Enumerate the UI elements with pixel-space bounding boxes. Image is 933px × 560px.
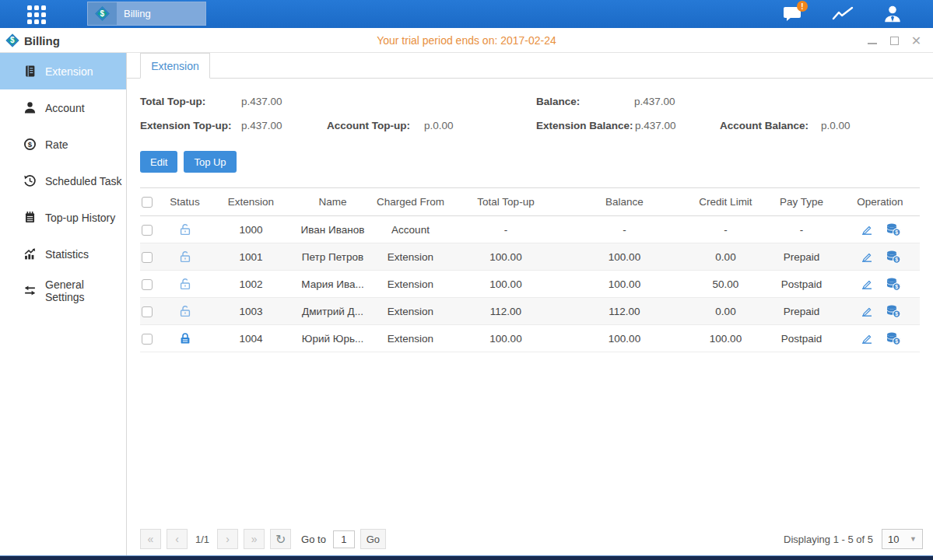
status-cell[interactable]	[163, 271, 206, 298]
extension-balance-value: p.437.00	[635, 120, 720, 131]
total-topup-value: p.437.00	[241, 96, 282, 107]
topup-extension-icon[interactable]: $	[886, 331, 901, 345]
row-checkbox[interactable]	[142, 334, 153, 345]
total-topup-cell: 100.00	[451, 271, 560, 298]
pay-type-cell: Postpaid	[763, 325, 840, 352]
taskbar-billing-tab[interactable]: $ Billing	[87, 2, 206, 26]
row-checkbox[interactable]	[142, 279, 153, 290]
topup-extension-icon[interactable]: $	[886, 250, 901, 264]
edit-button[interactable]: Edit	[140, 151, 177, 173]
previous-page-button[interactable]: ‹	[167, 529, 188, 549]
total-topup-cell: 100.00	[451, 243, 560, 271]
column-header-charged-from: Charged From	[377, 196, 444, 208]
next-page-button[interactable]: ›	[217, 529, 238, 549]
table-row: 1000Иван ИвановAccount----$	[140, 216, 920, 243]
status-cell[interactable]	[163, 298, 206, 325]
sidebar-item-general-settings[interactable]: General Settings	[0, 272, 126, 309]
edit-extension-icon[interactable]	[860, 277, 874, 291]
operation-cell: $	[840, 277, 920, 291]
edit-extension-icon[interactable]	[860, 222, 874, 236]
column-header-operation: Operation	[857, 196, 903, 208]
row-checkbox[interactable]	[142, 225, 153, 236]
person-icon	[23, 101, 37, 114]
balance-cell: 100.00	[560, 325, 689, 352]
sidebar-item-rate[interactable]: $ Rate	[0, 126, 126, 163]
ledger-icon	[23, 65, 37, 78]
top-up-button[interactable]: Top Up	[184, 151, 236, 173]
operation-cell: $	[840, 222, 920, 236]
total-topup-cell: -	[451, 216, 560, 243]
refresh-icon[interactable]: ↻	[270, 529, 291, 549]
status-cell[interactable]	[163, 243, 206, 271]
app-launcher-icon[interactable]	[27, 5, 46, 24]
main-content: Extension Total Top-up: p.437.00 Extensi…	[127, 53, 933, 555]
charged-from-cell: Extension	[370, 298, 451, 325]
resource-monitor-icon[interactable]	[832, 4, 854, 24]
billing-window-icon: $	[6, 34, 19, 47]
sidebar: Extension Account $ Rate	[0, 53, 127, 555]
credit-limit-cell: 0.00	[689, 298, 763, 325]
tab-extension[interactable]: Extension	[140, 53, 210, 79]
tab-strip: Extension	[127, 53, 933, 79]
name-cell: Иван Иванов	[296, 216, 370, 243]
action-buttons: Edit Top Up	[140, 151, 920, 173]
taskbar: $ Billing !	[0, 0, 933, 28]
charged-from-cell: Extension	[370, 271, 451, 298]
table-header-row: Status Extension Name Charged From Total…	[140, 188, 920, 216]
name-cell: Дмитрий Д...	[296, 298, 370, 325]
locked-icon	[178, 331, 192, 345]
window-titlebar: Your trial period ends on: 2017-02-24 $ …	[0, 28, 933, 53]
account-topup-value: p.0.00	[424, 120, 454, 131]
balance-cell: -	[560, 216, 689, 243]
svg-text:$: $	[895, 338, 898, 345]
last-page-button[interactable]: »	[244, 529, 265, 549]
status-cell[interactable]	[163, 216, 206, 243]
name-cell: Мария Ива...	[296, 271, 370, 298]
edit-extension-icon[interactable]	[860, 304, 874, 318]
sliders-icon	[23, 284, 37, 297]
page-size-select[interactable]: 10 ▼	[882, 529, 923, 549]
table-row: 1001Петр ПетровExtension100.00100.000.00…	[140, 243, 920, 271]
topup-extension-icon[interactable]: $	[886, 222, 901, 236]
pay-type-cell: Prepaid	[763, 298, 840, 325]
account-topup-label: Account Top-up:	[327, 120, 424, 131]
svg-text:$: $	[895, 311, 898, 317]
name-cell: Петр Петров	[296, 243, 370, 271]
extension-cell: 1004	[206, 325, 296, 352]
sidebar-item-scheduled-task[interactable]: Scheduled Task	[0, 163, 126, 199]
sidebar-item-label: Account	[45, 102, 85, 114]
user-account-icon[interactable]	[882, 4, 903, 24]
row-checkbox[interactable]	[142, 306, 153, 317]
maximize-button[interactable]	[889, 36, 900, 46]
sidebar-item-topup-history[interactable]: Top-up History	[0, 199, 126, 236]
balance-value: p.437.00	[634, 96, 675, 107]
notifications-icon[interactable]: !	[782, 4, 804, 24]
history-clock-icon	[23, 174, 37, 187]
status-cell[interactable]	[163, 325, 206, 352]
pay-type-cell: Postpaid	[763, 271, 840, 298]
extension-cell: 1001	[206, 243, 296, 271]
name-cell: Юрий Юрь...	[296, 325, 370, 352]
sidebar-item-statistics[interactable]: Statistics	[0, 236, 126, 272]
topup-extension-icon[interactable]: $	[886, 304, 901, 318]
close-button[interactable]: ✕	[910, 36, 922, 46]
edit-extension-icon[interactable]	[860, 331, 874, 345]
dollar-circle-icon: $	[23, 138, 37, 151]
topup-extension-icon[interactable]: $	[886, 277, 901, 291]
select-all-checkbox[interactable]	[142, 197, 153, 208]
sidebar-item-extension[interactable]: Extension	[0, 53, 126, 89]
pay-type-cell: Prepaid	[763, 243, 840, 271]
sidebar-item-account[interactable]: Account	[0, 89, 126, 126]
minimize-button[interactable]	[867, 36, 879, 46]
first-page-button[interactable]: «	[140, 529, 161, 549]
go-button[interactable]: Go	[360, 529, 386, 549]
balance-cell: 100.00	[560, 271, 689, 298]
window-controls: ✕	[867, 28, 922, 53]
goto-page-input[interactable]	[333, 530, 355, 548]
sidebar-item-label: Rate	[45, 138, 68, 151]
edit-extension-icon[interactable]	[860, 250, 874, 264]
row-checkbox[interactable]	[142, 252, 153, 263]
pay-type-cell: -	[763, 216, 840, 243]
column-header-extension: Extension	[228, 196, 274, 208]
charged-from-cell: Account	[370, 216, 451, 243]
